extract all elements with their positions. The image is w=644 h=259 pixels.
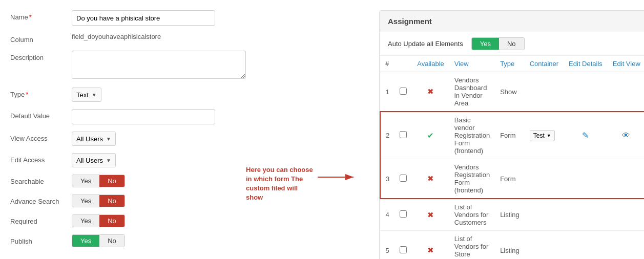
required-label: Required <box>10 214 72 225</box>
auto-update-row: Auto Update all Elements Yes No <box>380 32 644 56</box>
cell-checkbox <box>394 159 412 199</box>
right-panel: Assignment Auto Update all Elements Yes … <box>379 10 644 259</box>
cell-type: Listing <box>495 199 525 231</box>
cell-type: Show <box>495 72 525 112</box>
default-value-control <box>72 109 225 124</box>
cell-container <box>525 199 564 231</box>
edit-access-label: Edit Access <box>10 153 72 164</box>
required-no-btn[interactable]: No <box>99 215 124 227</box>
publish-label: Publish <box>10 234 72 245</box>
view-access-select[interactable]: All Users ▼ <box>72 132 116 146</box>
annotation-area: Here you can choose in which form The cu… <box>246 10 359 259</box>
row-checkbox[interactable] <box>400 88 407 95</box>
row-checkbox[interactable] <box>400 210 407 218</box>
column-row: Column field_doyouhaveaphisicalstore <box>10 33 225 44</box>
row-checkbox[interactable] <box>400 131 407 138</box>
advance-search-label: Advance Search <box>10 195 72 205</box>
annotation-text: Here you can choose in which form The cu… <box>246 165 316 203</box>
publish-yes-btn[interactable]: Yes <box>72 235 99 247</box>
row-checkbox[interactable] <box>400 175 407 182</box>
advance-search-toggle: Yes No <box>72 195 125 207</box>
column-value: field_doyouhaveaphisicalstore <box>72 30 161 40</box>
cell-edit-details: ✎ <box>564 112 608 159</box>
cell-checkbox <box>394 199 412 231</box>
publish-toggle: Yes No <box>72 234 125 247</box>
table-body: 1✖Vendors Dashboard in Vendor AreaShow2✔… <box>380 72 644 260</box>
table-row: 1✖Vendors Dashboard in Vendor AreaShow <box>380 72 644 112</box>
table-row: 2✔Basic vendor Registration Form (fronte… <box>380 112 644 159</box>
assignment-title: Assignment <box>380 11 644 32</box>
cell-checkbox <box>394 72 412 112</box>
table-row: 5✖List of Vendors for Store ManagerListi… <box>380 231 644 260</box>
advance-search-yes-btn[interactable]: Yes <box>72 195 99 207</box>
left-panel: Name* Column field_doyouhaveaphisicalsto… <box>10 10 225 259</box>
publish-no-btn[interactable]: No <box>99 235 124 247</box>
view-access-arrow-icon: ▼ <box>106 136 111 142</box>
annotation-container: Here you can choose in which form The cu… <box>246 165 359 203</box>
cell-checkbox <box>394 112 412 159</box>
assignment-table: # Available View Type Container Edit Det… <box>380 56 644 259</box>
description-textarea[interactable] <box>72 51 246 79</box>
default-value-input[interactable] <box>72 109 215 124</box>
column-control: field_doyouhaveaphisicalstore <box>72 33 225 40</box>
advance-search-no-btn[interactable]: No <box>99 195 124 207</box>
edit-access-row: Edit Access All Users ▼ <box>10 153 225 167</box>
searchable-no-btn[interactable]: No <box>99 175 124 187</box>
required-yes-btn[interactable]: Yes <box>72 215 99 227</box>
container-arrow-icon: ▼ <box>547 133 551 138</box>
assignment-table-wrap: # Available View Type Container Edit Det… <box>380 56 644 259</box>
edit-pencil-icon[interactable]: ✎ <box>582 131 589 140</box>
description-control <box>72 51 246 80</box>
description-row: Description <box>10 51 225 80</box>
cell-available: ✖ <box>412 199 449 231</box>
required-control: Yes No <box>72 214 225 227</box>
col-edit-view: Edit View <box>608 56 644 72</box>
col-container: Container <box>525 56 564 72</box>
searchable-toggle: Yes No <box>72 175 125 187</box>
col-available: Available <box>412 56 449 72</box>
cell-view: Vendors Dashboard in Vendor Area <box>449 72 495 112</box>
column-label: Column <box>10 33 72 44</box>
col-type: Type <box>495 56 525 72</box>
assignment-panel: Assignment Auto Update all Elements Yes … <box>379 10 644 259</box>
cell-edit-view <box>608 72 644 112</box>
required-toggle: Yes No <box>72 214 125 227</box>
auto-update-no-btn[interactable]: No <box>499 38 524 50</box>
searchable-yes-btn[interactable]: Yes <box>72 175 99 187</box>
auto-update-yes-btn[interactable]: Yes <box>472 38 499 50</box>
cell-type: Form <box>495 159 525 199</box>
eye-icon[interactable]: 👁 <box>622 131 630 140</box>
main-layout: Name* Column field_doyouhaveaphisicalsto… <box>10 10 634 259</box>
type-label: Type* <box>10 88 72 98</box>
searchable-control: Yes No <box>72 175 225 187</box>
cell-num: 5 <box>380 231 394 260</box>
cell-container: Test ▼ <box>525 112 564 159</box>
publish-row: Publish Yes No <box>10 234 225 247</box>
cross-icon: ✖ <box>427 210 434 219</box>
name-label: Name* <box>10 10 72 21</box>
cell-edit-details <box>564 159 608 199</box>
col-check <box>394 56 412 72</box>
name-control <box>72 10 225 26</box>
cell-edit-details <box>564 231 608 260</box>
cell-edit-view <box>608 199 644 231</box>
edit-access-control: All Users ▼ <box>72 153 225 167</box>
cell-type: Form <box>495 112 525 159</box>
type-control: Text ▼ <box>72 88 225 102</box>
cell-available: ✔ <box>412 112 449 159</box>
cell-edit-view: 👁 <box>608 112 644 159</box>
name-input[interactable] <box>72 10 215 26</box>
default-value-label: Default Value <box>10 109 72 120</box>
cell-view: List of Vendors for Customers <box>449 199 495 231</box>
type-select[interactable]: Text ▼ <box>72 88 101 102</box>
cell-edit-details <box>564 199 608 231</box>
edit-access-select[interactable]: All Users ▼ <box>72 153 116 167</box>
name-row: Name* <box>10 10 225 26</box>
cell-checkbox <box>394 231 412 260</box>
row-checkbox[interactable] <box>400 246 407 253</box>
cell-view: List of Vendors for Store Manager <box>449 231 495 260</box>
table-row: 3✖Vendors Registration Form (frontend)Fo… <box>380 159 644 199</box>
cell-available: ✖ <box>412 72 449 112</box>
container-select-btn[interactable]: Test ▼ <box>530 130 555 141</box>
publish-control: Yes No <box>72 234 225 247</box>
